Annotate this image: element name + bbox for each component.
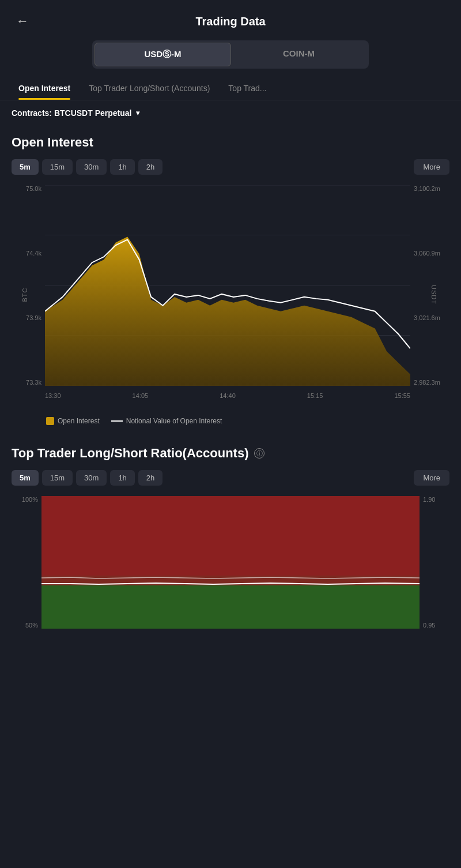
top-trader-title: Top Trader Long/Short Ratio(Accounts) [12, 446, 248, 461]
ratio-y-left: 100% 50% [12, 496, 41, 629]
contracts-row[interactable]: Contracts: BTCUSDT Perpetual ▾ [0, 100, 461, 126]
ratio-y-right: 1.90 0.95 [420, 496, 449, 629]
time-btn-2h-oi[interactable]: 2h [138, 159, 163, 175]
chart-y-axis-left: 75.0k 74.4k 73.9k 73.3k [12, 185, 45, 386]
open-interest-section: Open Interest 5m 15m 30m 1h 2h More 75.0… [0, 126, 461, 437]
more-button-tt[interactable]: More [414, 470, 449, 486]
info-icon[interactable]: ⓘ [254, 448, 264, 459]
contracts-dropdown-arrow[interactable]: ▾ [136, 109, 139, 117]
chart-legend: Open Interest Notional Value of Open Int… [12, 411, 449, 437]
more-button-oi[interactable]: More [414, 159, 449, 175]
tab-usdm[interactable]: USDⓈ-M [95, 43, 231, 66]
tab-switcher: USDⓈ-M COIN-M [92, 40, 369, 69]
chart-y-axis-right: 3,100.2m 3,060.9m 3,021.6m 2,982.3m [410, 185, 449, 386]
legend-notional: Notional Value of Open Interest [111, 417, 222, 425]
legend-open-interest-label: Open Interest [58, 417, 100, 425]
open-interest-time-buttons: 5m 15m 30m 1h 2h More [12, 159, 449, 175]
time-btn-30m-oi[interactable]: 30m [76, 159, 107, 175]
open-interest-title: Open Interest [12, 135, 449, 150]
top-trader-title-row: Top Trader Long/Short Ratio(Accounts) ⓘ [12, 446, 449, 461]
tab-top-trader-accounts[interactable]: Top Trader Long/Short (Accounts) [80, 78, 219, 100]
contracts-label: Contracts: BTCUSDT Perpetual [12, 108, 131, 118]
time-btn-1h-oi[interactable]: 1h [110, 159, 134, 175]
time-btn-5m-oi[interactable]: 5m [12, 159, 39, 175]
chart-x-axis: 13:30 14:05 14:40 15:15 15:55 [45, 387, 410, 404]
time-btn-30m-tt[interactable]: 30m [76, 470, 107, 486]
top-trader-time-buttons: 5m 15m 30m 1h 2h More [12, 470, 449, 486]
svg-rect-7 [41, 585, 420, 629]
page-title: Trading Data [195, 15, 265, 28]
nav-tabs: Open Interest Top Trader Long/Short (Acc… [0, 78, 461, 100]
legend-notional-label: Notional Value of Open Interest [126, 417, 222, 425]
time-btn-1h-tt[interactable]: 1h [110, 470, 134, 486]
time-btn-15m-oi[interactable]: 15m [42, 159, 73, 175]
y-label-btc: BTC [21, 288, 28, 302]
top-trader-section: Top Trader Long/Short Ratio(Accounts) ⓘ … [0, 437, 461, 629]
tab-coinm[interactable]: COIN-M [231, 43, 366, 66]
legend-line-icon [111, 420, 123, 422]
time-btn-15m-tt[interactable]: 15m [42, 470, 73, 486]
chart-svg-area [45, 185, 410, 386]
header: ← Trading Data [0, 0, 461, 40]
ratio-chart: 100% 50% 1.90 0.95 [12, 496, 449, 629]
tab-open-interest[interactable]: Open Interest [9, 78, 80, 100]
time-btn-5m-tt[interactable]: 5m [12, 470, 39, 486]
svg-rect-6 [41, 496, 420, 585]
time-btn-2h-tt[interactable]: 2h [138, 470, 163, 486]
tab-top-trad[interactable]: Top Trad... [219, 78, 275, 100]
legend-open-interest: Open Interest [46, 417, 100, 425]
legend-square-icon [46, 417, 54, 425]
open-interest-chart: 75.0k 74.4k 73.9k 73.3k BTC [12, 185, 449, 404]
back-button[interactable]: ← [12, 12, 33, 31]
ratio-svg-container [41, 496, 420, 629]
